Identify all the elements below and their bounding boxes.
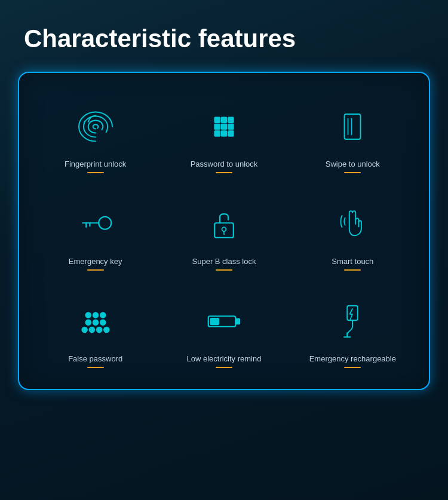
emergency-key-label: Emergency key — [69, 257, 122, 266]
svg-rect-3 — [214, 124, 220, 130]
swipe-unlock-label: Swipe to unlock — [326, 159, 380, 168]
feature-item-swipe-unlock: Swipe to unlock — [289, 91, 417, 182]
low-electricity-underline — [216, 367, 232, 368]
battery-icon — [200, 297, 248, 345]
feature-item-emergency-rechargeable: Emergency rechargeable — [289, 286, 417, 377]
feature-item-fingerprint-unlock: Fingerprint unlock — [31, 91, 159, 182]
card-icon — [329, 103, 376, 151]
svg-point-27 — [96, 327, 102, 333]
false-password-underline — [87, 367, 104, 368]
svg-point-26 — [89, 327, 94, 333]
false-password-label: False password — [68, 354, 122, 363]
svg-rect-7 — [222, 131, 227, 136]
fingerprint-icon — [72, 103, 119, 151]
svg-point-21 — [100, 313, 106, 318]
fingerprint-unlock-underline — [87, 172, 104, 173]
svg-point-17 — [222, 228, 226, 232]
svg-rect-8 — [228, 131, 234, 136]
fingerprint-unlock-label: Fingerprint unlock — [65, 159, 126, 168]
emergency-rechargeable-underline — [344, 367, 361, 368]
svg-rect-1 — [222, 118, 227, 123]
feature-item-low-electricity: Low electricity remind — [159, 286, 288, 377]
svg-rect-0 — [214, 118, 220, 123]
super-b-lock-underline — [216, 269, 232, 271]
feature-item-smart-touch: Smart touch — [289, 188, 417, 280]
svg-rect-30 — [235, 319, 240, 324]
touch-icon — [329, 200, 376, 248]
grid-icon — [200, 103, 248, 151]
feature-item-emergency-key: Emergency key — [31, 188, 159, 280]
features-card: Fingerprint unlock Password t — [18, 72, 430, 390]
svg-rect-32 — [348, 306, 358, 321]
page-title: Characteristic features — [0, 0, 448, 72]
svg-rect-6 — [214, 131, 220, 136]
feature-item-password-unlock: Password to unlock — [159, 91, 288, 182]
usb-icon — [329, 297, 376, 345]
svg-point-20 — [93, 313, 98, 318]
emergency-key-underline — [87, 269, 104, 271]
svg-point-23 — [93, 320, 98, 326]
key-icon — [72, 200, 119, 248]
smart-touch-underline — [344, 269, 361, 271]
svg-rect-9 — [345, 114, 361, 139]
password-unlock-label: Password to unlock — [191, 159, 258, 168]
feature-item-super-b-lock: Super B class lock — [159, 188, 288, 280]
svg-point-22 — [85, 320, 91, 326]
lock-icon — [200, 200, 248, 248]
svg-point-19 — [85, 313, 91, 318]
svg-rect-5 — [228, 124, 234, 130]
svg-rect-16 — [214, 223, 234, 238]
svg-point-28 — [104, 327, 109, 333]
swipe-unlock-underline — [344, 172, 361, 173]
svg-rect-2 — [228, 118, 234, 123]
low-electricity-label: Low electricity remind — [186, 354, 261, 363]
emergency-rechargeable-label: Emergency rechargeable — [309, 354, 396, 363]
super-b-lock-label: Super B class lock — [192, 257, 256, 266]
svg-point-24 — [100, 320, 106, 326]
svg-rect-31 — [210, 318, 219, 325]
dots-icon — [72, 297, 119, 345]
smart-touch-label: Smart touch — [332, 257, 373, 266]
svg-point-12 — [99, 217, 111, 229]
svg-rect-4 — [222, 124, 227, 130]
features-grid: Fingerprint unlock Password t — [31, 91, 417, 377]
password-unlock-underline — [216, 172, 232, 173]
feature-item-false-password: False password — [31, 286, 159, 377]
svg-point-25 — [82, 327, 87, 333]
